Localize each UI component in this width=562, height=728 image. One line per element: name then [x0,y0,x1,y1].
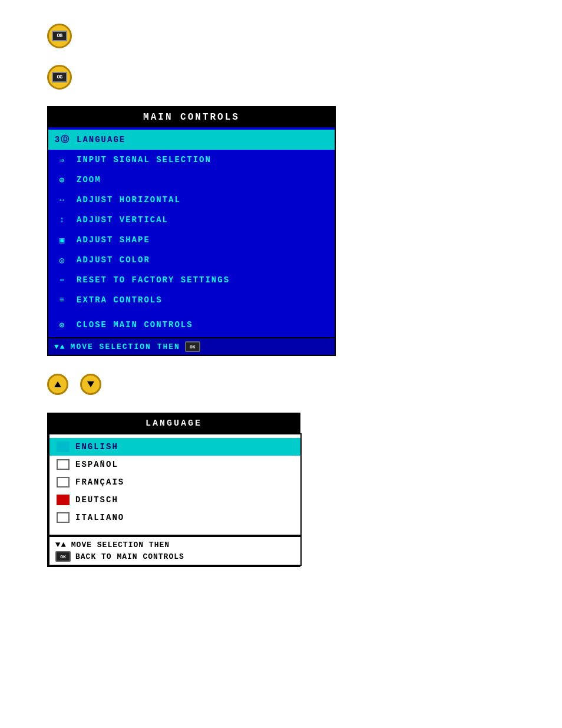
lang-item-deutsch-label: DEUTSCH [75,495,118,505]
menu-item-horizontal-label: ADJUST HORIZONTAL [77,195,181,205]
badge-inner-1: OG [52,31,67,41]
menu-item-vertical-label: ADJUST VERTICAL [77,215,168,225]
menu-item-close[interactable]: ⊙ CLOSE MAIN CONTROLS [48,315,335,335]
lang-item-italiano[interactable]: ITALIANO [49,509,300,526]
extra-icon: ≡ [54,293,71,307]
espanol-radio-icon [57,459,70,470]
horizontal-icon: ↔ [54,193,71,207]
zoom-icon: ⊕ [54,173,71,187]
menu-item-vertical[interactable]: ↕ ADJUST VERTICAL [48,210,335,230]
lang-item-espanol-label: ESPAÑOL [75,460,118,469]
menu-item-extra-label: EXTRA CONTROLS [77,295,163,305]
input-signal-icon: ⇒ [54,153,71,167]
reset-icon: ⌨ [54,273,71,287]
shape-icon: ▣ [54,233,71,247]
footer-back-row: OK BACK TO MAIN CONTROLS [55,551,184,562]
lang-back-label: BACK TO MAIN CONTROLS [75,552,184,561]
menu-item-close-label: CLOSE MAIN CONTROLS [77,320,193,330]
menu-item-input-label: INPUT SIGNAL SELECTION [77,155,211,164]
nav-down-button[interactable] [80,374,101,395]
menu-item-horizontal[interactable]: ↔ ADJUST HORIZONTAL [48,190,335,210]
menu-item-language-label: LANGUAGE [77,135,125,144]
badge-inner-2: OG [52,72,67,83]
menu-item-reset-label: RESET TO FACTORY SETTINGS [77,275,230,285]
badge-icon-1: OG [47,24,72,48]
lang-item-english[interactable]: ENGLISH [49,438,300,456]
language-icon: 3Ⓓ [54,133,71,147]
language-body: ENGLISH ESPAÑOL FRANÇAIS DEUTSCH ITALIAN… [48,433,302,536]
footer-ok-icon: OK [185,341,200,352]
lang-item-espanol[interactable]: ESPAÑOL [49,456,300,473]
menu-item-shape[interactable]: ▣ ADJUST SHAPE [48,230,335,250]
menu-item-language[interactable]: 3Ⓓ LANGUAGE [48,130,335,150]
menu-item-color[interactable]: ◎ ADJUST COLOR [48,250,335,270]
english-radio-icon [57,442,70,452]
lang-move-icon: ▼▲ [55,540,67,549]
svg-marker-0 [54,381,61,387]
menu-item-zoom[interactable]: ⊕ ZOOM [48,170,335,190]
nav-buttons-row [47,374,101,395]
lang-ok-icon: OK [55,551,71,562]
menu-item-color-label: ADJUST COLOR [77,255,150,265]
francais-radio-icon [57,477,70,487]
menu-item-extra[interactable]: ≡ EXTRA CONTROLS [48,290,335,310]
vertical-icon: ↕ [54,213,71,227]
lang-item-francais[interactable]: FRANÇAIS [49,473,300,491]
lang-item-deutsch[interactable]: DEUTSCH [49,491,300,509]
deutsch-radio-icon [57,495,70,505]
main-controls-header: MAIN CONTROLS [48,107,335,127]
menu-item-input[interactable]: ⇒ INPUT SIGNAL SELECTION [48,150,335,170]
menu-item-shape-label: ADJUST SHAPE [77,235,150,245]
main-controls-footer: ▼▲ MOVE SELECTION THEN OK [48,337,335,355]
lang-move-label: MOVE SELECTION THEN [71,541,170,549]
language-footer: ▼▲ MOVE SELECTION THEN OK BACK TO MAIN C… [48,536,302,566]
main-controls-body: 3Ⓓ LANGUAGE ⇒ INPUT SIGNAL SELECTION ⊕ Z… [48,127,335,337]
menu-item-reset[interactable]: ⌨ RESET TO FACTORY SETTINGS [48,270,335,290]
language-header: LANGUAGE [48,414,299,433]
lang-item-francais-label: FRANÇAIS [75,477,124,487]
footer-move-icon: ▼▲ [54,342,66,351]
svg-marker-1 [87,381,94,387]
lang-item-italiano-label: ITALIANO [75,513,124,522]
menu-item-zoom-label: ZOOM [77,175,101,185]
color-icon: ◎ [54,253,71,267]
close-main-icon: ⊙ [54,318,71,332]
italiano-radio-icon [57,512,70,523]
footer-move-label: MOVE SELECTION THEN [71,342,180,351]
footer-move-row: ▼▲ MOVE SELECTION THEN [55,540,170,549]
language-panel: LANGUAGE ENGLISH ESPAÑOL FRANÇAIS DEUTSC… [47,413,300,567]
nav-up-button[interactable] [47,374,68,395]
main-controls-panel: MAIN CONTROLS 3Ⓓ LANGUAGE ⇒ INPUT SIGNAL… [47,106,336,356]
lang-item-english-label: ENGLISH [75,442,118,452]
badge-icon-2: OG [47,65,72,90]
